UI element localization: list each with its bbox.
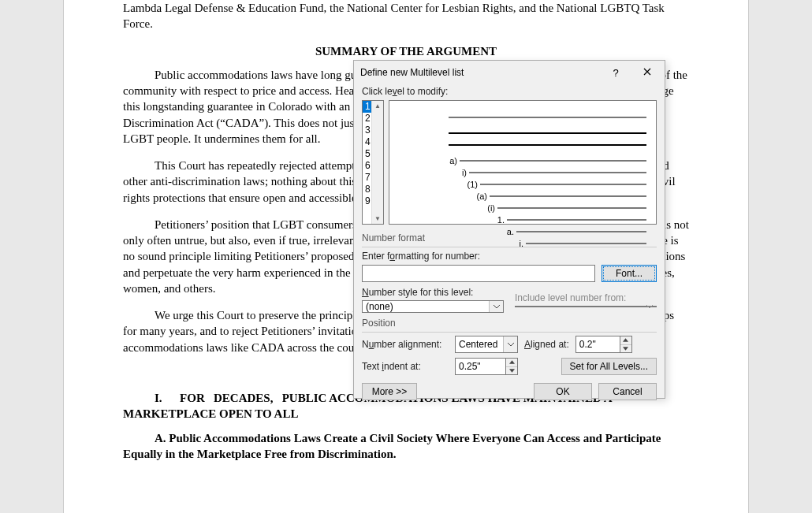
aligned-at-input[interactable] [575,336,620,353]
number-alignment-select[interactable]: Centered [455,336,518,353]
spinner-down-icon[interactable] [506,366,517,375]
ok-button[interactable]: OK [534,383,592,400]
enter-formatting-label: Enter formatting for number: [362,251,657,262]
chevron-down-icon [489,301,503,312]
text-indent-spinner[interactable] [455,358,518,375]
list-preview: a) i) (1) (a) (i) 1. a. i. [389,100,657,225]
aligned-at-label: Aligned at: [524,339,569,350]
number-style-label: Number style for this level: [362,287,504,298]
spinner-down-icon[interactable] [620,344,631,353]
summary-heading: SUMMARY OF THE ARGUMENT [123,43,689,59]
heading-letter-a: A. Public Accommodations Laws Create a C… [123,430,689,463]
font-button[interactable]: Font... [602,265,657,282]
dialog-help-button[interactable]: ? [600,61,631,84]
help-icon: ? [613,67,618,79]
include-level-label: Include level number from: [515,292,657,303]
cancel-button[interactable]: Cancel [598,383,657,400]
intro-paragraph: Lambda Legal Defense & Education Fund, t… [123,0,689,32]
chevron-down-icon [503,336,517,352]
text-indent-label: Text indent at: [362,361,449,372]
level-scrollbar[interactable]: ▲ ▼ [371,101,383,224]
include-level-select [515,306,657,307]
close-icon [643,67,651,78]
position-group-label: Position [362,318,657,333]
number-format-input[interactable] [362,265,595,282]
click-level-label: Click level to modify: [362,86,657,97]
aligned-at-spinner[interactable] [575,336,632,353]
dialog-title-text: Define new Multilevel list [360,67,600,78]
scroll-up-icon: ▲ [374,102,381,110]
dialog-close-button[interactable] [631,61,663,84]
spinner-up-icon[interactable] [620,336,631,344]
dialog-titlebar[interactable]: Define new Multilevel list ? [354,61,665,84]
define-multilevel-list-dialog: Define new Multilevel list ? Click level… [353,60,665,399]
scroll-down-icon: ▼ [374,215,381,222]
more-button[interactable]: More >> [362,383,417,400]
number-style-select[interactable]: (none) [362,300,504,313]
spinner-up-icon[interactable] [506,359,517,366]
number-alignment-label: Number alignment: [362,339,449,350]
level-listbox[interactable]: 1 2 3 4 5 6 7 8 9 ▲ ▼ [362,100,384,225]
set-all-levels-button[interactable]: Set for All Levels... [561,358,657,375]
text-indent-input[interactable] [455,358,505,375]
